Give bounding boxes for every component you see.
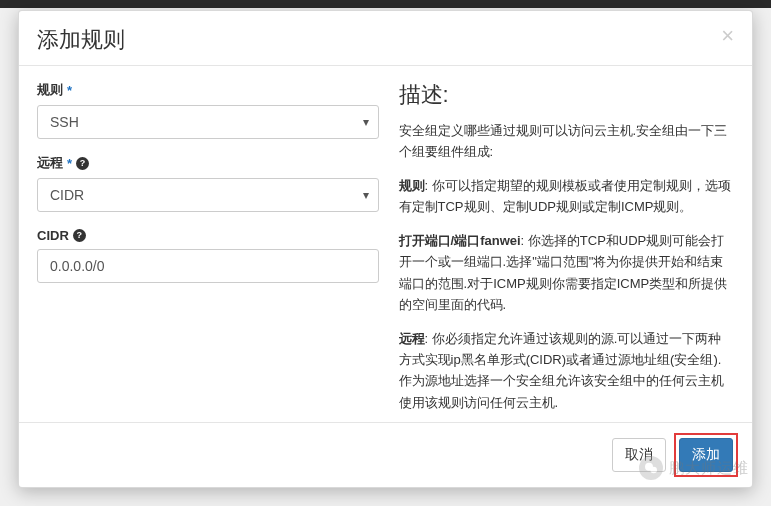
required-star: * [67, 83, 72, 98]
cidr-label: CIDR ? [37, 228, 86, 243]
cancel-button[interactable]: 取消 [612, 438, 666, 472]
add-button-highlight: 添加 [674, 433, 738, 477]
description-rule: 规则: 你可以指定期望的规则模板或者使用定制规则，选项有定制TCP规则、定制UD… [399, 175, 734, 218]
close-icon[interactable]: × [721, 25, 734, 47]
cidr-input[interactable] [37, 249, 379, 283]
cidr-field-group: CIDR ? [37, 226, 379, 283]
rule-select[interactable]: SSH [37, 105, 379, 139]
description-rule-label: 规则 [399, 178, 425, 193]
required-star: * [67, 156, 72, 171]
description-title: 描述: [399, 80, 734, 110]
remote-select[interactable]: CIDR [37, 178, 379, 212]
remote-label-text: 远程 [37, 154, 63, 172]
remote-field-group: 远程 * ? CIDR ▾ [37, 153, 379, 212]
description-intro: 安全组定义哪些通过规则可以访问云主机.安全组由一下三个组要组件组成: [399, 120, 734, 163]
modal-body: 规则 * SSH ▾ 远程 * ? CIDR [19, 66, 752, 422]
remote-label: 远程 * ? [37, 154, 89, 172]
add-button[interactable]: 添加 [679, 438, 733, 472]
rule-field-group: 规则 * SSH ▾ [37, 80, 379, 139]
modal-footer: 取消 添加 [19, 422, 752, 487]
help-icon[interactable]: ? [73, 229, 86, 242]
description-remote-text: : 你必须指定允许通过该规则的源.可以通过一下两种方式实现ip黑名单形式(CID… [399, 331, 724, 410]
modal-header: 添加规则 × [19, 11, 752, 66]
description-port: 打开端口/端口fanwei: 你选择的TCP和UDP规则可能会打开一个或一组端口… [399, 230, 734, 316]
description-remote: 远程: 你必须指定允许通过该规则的源.可以通过一下两种方式实现ip黑名单形式(C… [399, 328, 734, 414]
help-icon[interactable]: ? [76, 157, 89, 170]
rule-label-text: 规则 [37, 81, 63, 99]
form-column: 规则 * SSH ▾ 远程 * ? CIDR [37, 80, 379, 414]
cidr-label-text: CIDR [37, 228, 69, 243]
rule-label: 规则 * [37, 81, 72, 99]
description-remote-label: 远程 [399, 331, 425, 346]
description-column: 描述: 安全组定义哪些通过规则可以访问云主机.安全组由一下三个组要组件组成: 规… [399, 80, 734, 414]
description-port-label: 打开端口/端口fanwei [399, 233, 521, 248]
description-rule-text: : 你可以指定期望的规则模板或者使用定制规则，选项有定制TCP规则、定制UDP规… [399, 178, 731, 214]
add-rule-modal: 添加规则 × 规则 * SSH ▾ 远程 * [18, 10, 753, 488]
modal-title: 添加规则 [37, 25, 125, 55]
